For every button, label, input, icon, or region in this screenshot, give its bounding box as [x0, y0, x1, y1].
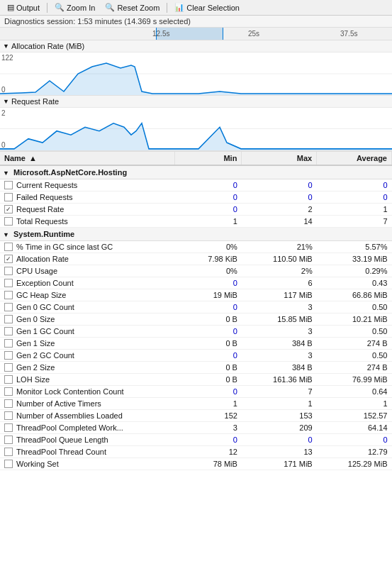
collapse-triangle-req[interactable]: ▼	[3, 98, 9, 105]
row-checkbox[interactable]	[4, 267, 13, 275]
row-checkbox[interactable]	[4, 315, 13, 323]
table-row[interactable]: Allocation Rate 7.98 KiB 110.50 MiB 33.1…	[0, 253, 392, 265]
table-row[interactable]: Number of Assemblies Loaded 152 153 152.…	[0, 410, 392, 422]
row-checkbox[interactable]	[4, 387, 13, 396]
row-checkbox[interactable]	[4, 181, 13, 189]
row-name-cell: ThreadPool Completed Work...	[0, 422, 175, 434]
reset-zoom-button[interactable]: 🔍 Reset Zoom	[101, 1, 164, 13]
table-row[interactable]: Current Requests 0 0 0	[0, 179, 392, 192]
row-checkbox[interactable]	[4, 279, 13, 287]
row-avg-value: 0.50	[317, 350, 392, 362]
row-checkbox[interactable]	[4, 399, 13, 408]
col-header-name[interactable]: Name ▲	[0, 152, 175, 165]
row-avg-value: 125.29 MiB	[317, 458, 392, 470]
row-min-value: 0	[175, 434, 242, 446]
row-checkbox[interactable]	[4, 291, 13, 299]
table-row[interactable]: Working Set 78 MiB 171 MiB 125.29 MiB	[0, 458, 392, 470]
table-row[interactable]: LOH Size 0 B 161.36 MiB 76.99 MiB	[0, 374, 392, 386]
row-checkbox[interactable]	[4, 460, 13, 468]
row-name-label: Number of Active Timers	[16, 399, 101, 408]
row-min-value: 0	[175, 277, 242, 289]
clear-selection-button[interactable]: 📊 Clear Selection	[170, 1, 244, 13]
row-name-cell: Gen 0 Size	[0, 313, 175, 326]
table-row[interactable]: Gen 2 GC Count 0 3 0.50	[0, 350, 392, 362]
row-name-cell: Monitor Lock Contention Count	[0, 386, 175, 398]
table-row[interactable]: Exception Count 0 6 0.43	[0, 277, 392, 289]
session-bar: Diagnostics session: 1:53 minutes (14.36…	[0, 16, 392, 28]
row-name-label: Allocation Rate	[16, 255, 69, 263]
group-header-cell: ▼ System.Runtime	[0, 228, 392, 241]
timeline-ruler[interactable]: 12.5s 25s 37.5s	[0, 28, 392, 40]
row-min-value: 0 B	[175, 362, 242, 374]
table-row[interactable]: ThreadPool Thread Count 12 13 12.79	[0, 446, 392, 458]
request-rate-chart-body[interactable]: 2 0	[0, 108, 392, 150]
table-row[interactable]: Gen 2 Size 0 B 384 B 274 B	[0, 362, 392, 374]
row-name-label: % Time in GC since last GC	[16, 243, 113, 251]
table-row[interactable]: % Time in GC since last GC 0% 21% 5.57%	[0, 241, 392, 253]
table-row[interactable]: Gen 0 GC Count 0 3 0.50	[0, 301, 392, 313]
row-name-label: Gen 2 Size	[16, 363, 55, 372]
row-min-value: 0 B	[175, 313, 242, 326]
output-button[interactable]: ▤ Output	[3, 1, 44, 13]
row-checkbox[interactable]	[4, 327, 13, 335]
row-avg-value: 33.19 MiB	[317, 253, 392, 265]
row-checkbox[interactable]	[4, 255, 13, 263]
ruler-mark-25s: 25s	[248, 30, 259, 38]
group-name: Microsoft.AspNetCore.Hosting	[13, 168, 127, 177]
table-row[interactable]: ThreadPool Completed Work... 3 209 64.14	[0, 422, 392, 434]
clear-selection-label: Clear Selection	[186, 4, 240, 12]
table-row[interactable]: GC Heap Size 19 MiB 117 MiB 66.86 MiB	[0, 289, 392, 301]
table-row[interactable]: Gen 1 GC Count 0 3 0.50	[0, 326, 392, 338]
row-checkbox[interactable]	[4, 243, 13, 251]
table-row[interactable]: CPU Usage 0% 2% 0.29%	[0, 265, 392, 277]
row-min-value: 19 MiB	[175, 289, 242, 301]
row-checkbox[interactable]	[4, 205, 13, 213]
row-checkbox[interactable]	[4, 435, 13, 444]
table-row[interactable]: Gen 0 Size 0 B 15.85 MiB 10.21 MiB	[0, 313, 392, 326]
table-row[interactable]: Failed Requests 0 0 0	[0, 192, 392, 204]
row-checkbox[interactable]	[4, 363, 13, 372]
row-min-value: 1	[175, 398, 242, 410]
col-header-min[interactable]: Min	[175, 152, 242, 165]
row-min-value: 0	[175, 204, 242, 216]
row-checkbox[interactable]	[4, 351, 13, 360]
table-row[interactable]: ThreadPool Queue Length 0 0 0	[0, 434, 392, 446]
allocation-rate-title: Allocation Rate (MiB)	[11, 42, 84, 50]
group-row[interactable]: ▼ Microsoft.AspNetCore.Hosting	[0, 165, 392, 179]
row-checkbox[interactable]	[4, 303, 13, 311]
row-checkbox[interactable]	[4, 423, 13, 432]
row-min-value: 0	[175, 179, 242, 192]
row-min-value: 3	[175, 422, 242, 434]
table-row[interactable]: Number of Active Timers 1 1 1	[0, 398, 392, 410]
row-name-label: Gen 2 GC Count	[16, 351, 74, 360]
row-min-value: 0	[175, 301, 242, 313]
zoom-in-label: Zoom In	[67, 4, 95, 12]
row-avg-value: 0	[317, 179, 392, 192]
allocation-rate-chart-body[interactable]: 122 0	[0, 52, 392, 95]
row-avg-value: 0.50	[317, 301, 392, 313]
table-row[interactable]: Gen 1 Size 0 B 384 B 274 B	[0, 338, 392, 350]
row-checkbox[interactable]	[4, 217, 13, 226]
table-row[interactable]: Total Requests 1 14 7	[0, 216, 392, 228]
table-row[interactable]: Request Rate 0 2 1	[0, 204, 392, 216]
group-name: System.Runtime	[13, 230, 74, 238]
request-rate-labels: 2 0	[1, 109, 6, 149]
row-checkbox[interactable]	[4, 411, 13, 420]
col-header-max[interactable]: Max	[242, 152, 317, 165]
row-checkbox[interactable]	[4, 448, 13, 456]
row-name-label: Monitor Lock Contention Count	[16, 387, 124, 396]
zoom-in-button[interactable]: 🔍 Zoom In	[50, 1, 99, 13]
row-avg-value: 152.57	[317, 410, 392, 422]
ruler-mark-12s: 12.5s	[152, 30, 169, 38]
row-max-value: 6	[242, 277, 317, 289]
row-checkbox[interactable]	[4, 193, 13, 201]
col-min-label: Min	[223, 154, 237, 162]
row-checkbox[interactable]	[4, 339, 13, 348]
row-name-cell: Number of Assemblies Loaded	[0, 410, 175, 422]
row-checkbox[interactable]	[4, 375, 13, 384]
table-row[interactable]: Monitor Lock Contention Count 0 7 0.64	[0, 386, 392, 398]
col-header-average[interactable]: Average	[317, 152, 392, 165]
group-row[interactable]: ▼ System.Runtime	[0, 228, 392, 241]
collapse-triangle-alloc[interactable]: ▼	[3, 43, 9, 50]
sort-arrow-icon: ▲	[29, 154, 37, 162]
